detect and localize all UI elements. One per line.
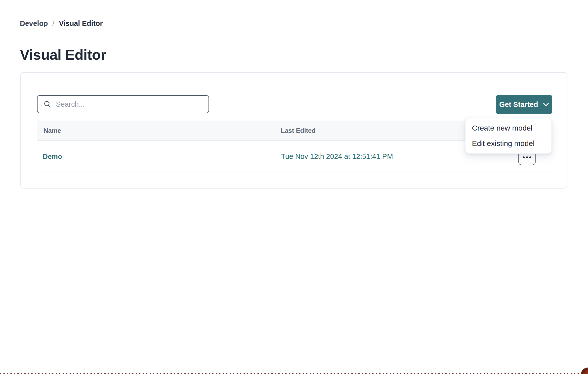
page-title: Visual Editor	[20, 46, 106, 63]
get-started-label: Get Started	[499, 100, 538, 109]
bottom-right-red-shape	[581, 368, 588, 374]
search-icon	[43, 100, 51, 108]
breadcrumb-develop-link[interactable]: Develop	[20, 19, 48, 28]
search-input[interactable]	[55, 97, 205, 112]
visual-editor-page: Develop / Visual Editor Visual Editor Ge…	[0, 0, 588, 374]
get-started-dropdown: Create new model Edit existing model	[465, 118, 552, 154]
breadcrumb-current: Visual Editor	[59, 19, 103, 28]
breadcrumb-separator: /	[52, 19, 54, 28]
column-header-last-edited: Last Edited	[281, 121, 316, 140]
column-header-name: Name	[37, 127, 61, 135]
breadcrumb: Develop / Visual Editor	[20, 19, 103, 28]
search-box[interactable]	[37, 95, 209, 113]
chevron-down-icon	[543, 103, 549, 106]
menu-item-edit-existing-model[interactable]: Edit existing model	[465, 136, 551, 151]
model-name-link[interactable]: Demo	[37, 153, 62, 161]
menu-item-create-new-model[interactable]: Create new model	[465, 120, 551, 136]
model-last-edited: Tue Nov 12th 2024 at 12:51:41 PM	[281, 140, 393, 173]
ellipsis-icon	[523, 156, 525, 158]
get-started-button[interactable]: Get Started	[496, 95, 552, 114]
